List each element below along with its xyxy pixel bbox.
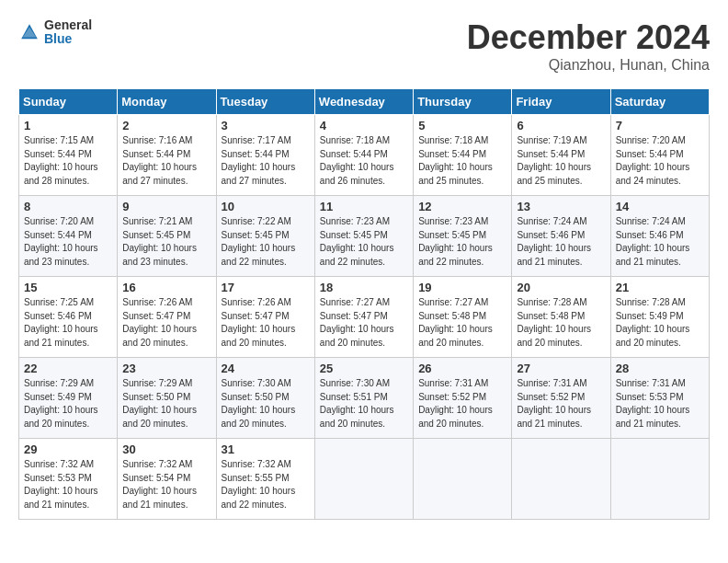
calendar-header-row: Sunday Monday Tuesday Wednesday Thursday… xyxy=(19,89,710,115)
day-info: Sunrise: 7:28 AMSunset: 5:48 PMDaylight:… xyxy=(517,296,605,350)
day-info: Sunrise: 7:24 AMSunset: 5:46 PMDaylight:… xyxy=(616,215,704,269)
day-number: 29 xyxy=(24,442,112,456)
day-number: 5 xyxy=(418,119,506,132)
day-number: 9 xyxy=(122,200,210,213)
table-row xyxy=(512,439,610,520)
calendar-week-row: 1Sunrise: 7:15 AMSunset: 5:44 PMDaylight… xyxy=(19,115,710,196)
day-info: Sunrise: 7:30 AMSunset: 5:50 PMDaylight:… xyxy=(222,377,310,431)
calendar-table: Sunday Monday Tuesday Wednesday Thursday… xyxy=(18,88,710,520)
calendar-week-row: 8Sunrise: 7:20 AMSunset: 5:44 PMDaylight… xyxy=(19,196,710,277)
logo: General Blue xyxy=(18,18,92,47)
header-tuesday: Tuesday xyxy=(216,89,314,115)
day-number: 31 xyxy=(222,442,310,456)
day-info: Sunrise: 7:29 AMSunset: 5:50 PMDaylight:… xyxy=(122,377,210,431)
table-row: 1Sunrise: 7:15 AMSunset: 5:44 PMDaylight… xyxy=(19,115,118,196)
table-row: 12Sunrise: 7:23 AMSunset: 5:45 PMDayligh… xyxy=(414,196,512,277)
day-number: 12 xyxy=(418,200,506,213)
day-info: Sunrise: 7:28 AMSunset: 5:49 PMDaylight:… xyxy=(616,296,704,350)
day-number: 15 xyxy=(24,281,112,294)
table-row: 21Sunrise: 7:28 AMSunset: 5:49 PMDayligh… xyxy=(610,277,709,358)
day-number: 10 xyxy=(222,200,310,213)
day-info: Sunrise: 7:32 AMSunset: 5:53 PMDaylight:… xyxy=(24,458,112,511)
day-info: Sunrise: 7:32 AMSunset: 5:54 PMDaylight:… xyxy=(122,458,210,511)
day-number: 19 xyxy=(418,281,506,294)
day-number: 7 xyxy=(616,119,704,132)
table-row: 6Sunrise: 7:19 AMSunset: 5:44 PMDaylight… xyxy=(512,115,610,196)
day-number: 13 xyxy=(517,200,605,213)
day-number: 18 xyxy=(320,281,408,294)
day-info: Sunrise: 7:23 AMSunset: 5:45 PMDaylight:… xyxy=(320,215,408,269)
day-info: Sunrise: 7:19 AMSunset: 5:44 PMDaylight:… xyxy=(517,134,605,188)
day-info: Sunrise: 7:30 AMSunset: 5:51 PMDaylight:… xyxy=(320,377,408,431)
table-row: 9Sunrise: 7:21 AMSunset: 5:45 PMDaylight… xyxy=(118,196,216,277)
header-saturday: Saturday xyxy=(610,89,709,115)
header-sunday: Sunday xyxy=(19,89,118,115)
table-row: 26Sunrise: 7:31 AMSunset: 5:52 PMDayligh… xyxy=(414,358,512,439)
day-info: Sunrise: 7:27 AMSunset: 5:47 PMDaylight:… xyxy=(320,296,408,350)
day-number: 16 xyxy=(122,281,210,294)
table-row: 31Sunrise: 7:32 AMSunset: 5:55 PMDayligh… xyxy=(216,439,314,520)
table-row: 10Sunrise: 7:22 AMSunset: 5:45 PMDayligh… xyxy=(216,196,314,277)
day-number: 23 xyxy=(122,362,210,375)
header-wednesday: Wednesday xyxy=(314,89,413,115)
day-info: Sunrise: 7:32 AMSunset: 5:55 PMDaylight:… xyxy=(222,458,310,511)
day-info: Sunrise: 7:31 AMSunset: 5:52 PMDaylight:… xyxy=(418,377,506,431)
table-row: 23Sunrise: 7:29 AMSunset: 5:50 PMDayligh… xyxy=(118,358,216,439)
table-row: 7Sunrise: 7:20 AMSunset: 5:44 PMDaylight… xyxy=(610,115,709,196)
header-monday: Monday xyxy=(118,89,216,115)
table-row: 17Sunrise: 7:26 AMSunset: 5:47 PMDayligh… xyxy=(216,277,314,358)
table-row: 13Sunrise: 7:24 AMSunset: 5:46 PMDayligh… xyxy=(512,196,610,277)
table-row: 11Sunrise: 7:23 AMSunset: 5:45 PMDayligh… xyxy=(314,196,413,277)
day-info: Sunrise: 7:31 AMSunset: 5:52 PMDaylight:… xyxy=(517,377,605,431)
table-row: 2Sunrise: 7:16 AMSunset: 5:44 PMDaylight… xyxy=(118,115,216,196)
day-number: 25 xyxy=(320,362,408,375)
page-header: General Blue December 2024 Qianzhou, Hun… xyxy=(18,18,710,74)
day-number: 27 xyxy=(517,362,605,375)
table-row: 5Sunrise: 7:18 AMSunset: 5:44 PMDaylight… xyxy=(414,115,512,196)
calendar-week-row: 22Sunrise: 7:29 AMSunset: 5:49 PMDayligh… xyxy=(19,358,710,439)
day-number: 6 xyxy=(517,119,605,132)
day-number: 11 xyxy=(320,200,408,213)
day-number: 28 xyxy=(616,362,704,375)
day-info: Sunrise: 7:18 AMSunset: 5:44 PMDaylight:… xyxy=(418,134,506,188)
day-number: 3 xyxy=(222,119,310,132)
day-number: 22 xyxy=(24,362,112,375)
table-row xyxy=(414,439,512,520)
day-info: Sunrise: 7:15 AMSunset: 5:44 PMDaylight:… xyxy=(24,134,112,188)
table-row: 19Sunrise: 7:27 AMSunset: 5:48 PMDayligh… xyxy=(414,277,512,358)
day-number: 26 xyxy=(418,362,506,375)
title-area: December 2024 Qianzhou, Hunan, China xyxy=(467,18,710,74)
table-row: 29Sunrise: 7:32 AMSunset: 5:53 PMDayligh… xyxy=(19,439,118,520)
day-info: Sunrise: 7:26 AMSunset: 5:47 PMDaylight:… xyxy=(122,296,210,350)
table-row: 4Sunrise: 7:18 AMSunset: 5:44 PMDaylight… xyxy=(314,115,413,196)
logo-text: General Blue xyxy=(44,18,92,47)
header-thursday: Thursday xyxy=(414,89,512,115)
logo-icon xyxy=(18,21,40,43)
calendar-week-row: 15Sunrise: 7:25 AMSunset: 5:46 PMDayligh… xyxy=(19,277,710,358)
day-info: Sunrise: 7:23 AMSunset: 5:45 PMDaylight:… xyxy=(418,215,506,269)
day-number: 8 xyxy=(24,200,112,213)
table-row: 28Sunrise: 7:31 AMSunset: 5:53 PMDayligh… xyxy=(610,358,709,439)
day-info: Sunrise: 7:29 AMSunset: 5:49 PMDaylight:… xyxy=(24,377,112,431)
day-number: 2 xyxy=(122,119,210,132)
day-info: Sunrise: 7:26 AMSunset: 5:47 PMDaylight:… xyxy=(222,296,310,350)
table-row: 14Sunrise: 7:24 AMSunset: 5:46 PMDayligh… xyxy=(610,196,709,277)
table-row: 30Sunrise: 7:32 AMSunset: 5:54 PMDayligh… xyxy=(118,439,216,520)
table-row: 27Sunrise: 7:31 AMSunset: 5:52 PMDayligh… xyxy=(512,358,610,439)
day-info: Sunrise: 7:16 AMSunset: 5:44 PMDaylight:… xyxy=(122,134,210,188)
day-number: 1 xyxy=(24,119,112,132)
calendar-week-row: 29Sunrise: 7:32 AMSunset: 5:53 PMDayligh… xyxy=(19,439,710,520)
table-row xyxy=(314,439,413,520)
table-row: 3Sunrise: 7:17 AMSunset: 5:44 PMDaylight… xyxy=(216,115,314,196)
day-number: 4 xyxy=(320,119,408,132)
day-info: Sunrise: 7:17 AMSunset: 5:44 PMDaylight:… xyxy=(222,134,310,188)
day-info: Sunrise: 7:24 AMSunset: 5:46 PMDaylight:… xyxy=(517,215,605,269)
logo-blue-text: Blue xyxy=(44,32,92,46)
day-number: 14 xyxy=(616,200,704,213)
day-info: Sunrise: 7:21 AMSunset: 5:45 PMDaylight:… xyxy=(122,215,210,269)
table-row: 20Sunrise: 7:28 AMSunset: 5:48 PMDayligh… xyxy=(512,277,610,358)
day-info: Sunrise: 7:22 AMSunset: 5:45 PMDaylight:… xyxy=(222,215,310,269)
table-row xyxy=(610,439,709,520)
day-info: Sunrise: 7:25 AMSunset: 5:46 PMDaylight:… xyxy=(24,296,112,350)
day-number: 24 xyxy=(222,362,310,375)
